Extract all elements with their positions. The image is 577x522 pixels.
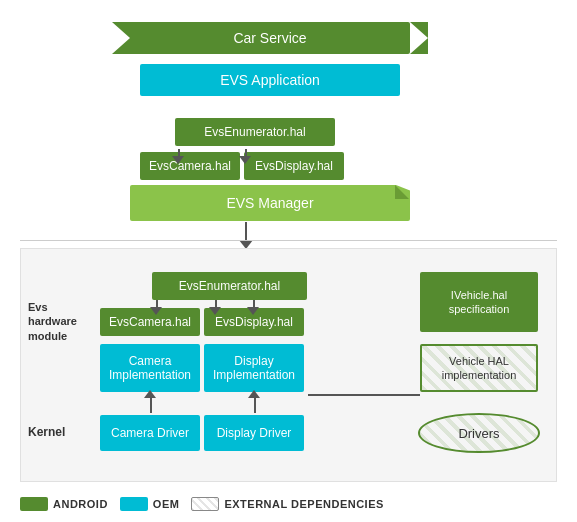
evs-app-label: EVS Application <box>220 72 320 88</box>
up-arrow1-head <box>144 390 156 398</box>
oem-swatch <box>120 497 148 511</box>
arrow-head-1 <box>172 156 184 164</box>
external-legend-label: EXTERNAL DEPENDENCIES <box>224 498 383 510</box>
bot-arrow2-head <box>247 307 259 315</box>
evs-manager-label: EVS Manager <box>226 195 313 211</box>
ivehicle-spec-block: IVehicle.halspecification <box>420 272 538 332</box>
evs-manager-block: EVS Manager <box>130 185 410 221</box>
android-swatch <box>20 497 48 511</box>
legend: ANDROID OEM EXTERNAL DEPENDENCIES <box>20 490 557 518</box>
evs-enum-top-label: EvsEnumerator.hal <box>204 125 305 139</box>
camera-driver-label: Camera Driver <box>111 426 189 440</box>
display-impl-label: DisplayImplementation <box>213 354 295 383</box>
camera-impl-block: CameraImplementation <box>100 344 200 392</box>
vehicle-hal-label: Vehicle HALimplementation <box>422 346 536 390</box>
diagram-wrapper: Car Service EVS Application EvsEnumerato… <box>0 0 577 522</box>
horiz-line-right <box>308 394 420 396</box>
car-service-label: Car Service <box>233 30 306 46</box>
evs-enum-top-block: EvsEnumerator.hal <box>175 118 335 146</box>
external-swatch <box>191 497 219 511</box>
car-service-block: Car Service <box>130 22 410 54</box>
camera-impl-label: CameraImplementation <box>109 354 191 383</box>
evs-app-block: EVS Application <box>140 64 400 96</box>
evs-enum-bottom-label: EvsEnumerator.hal <box>179 279 280 293</box>
camera-driver-block: Camera Driver <box>100 415 200 451</box>
external-swatch-hatch <box>192 498 218 510</box>
drivers-label: Drivers <box>458 426 499 441</box>
legend-oem: OEM <box>120 497 180 511</box>
evscamera-bottom-label: EvsCamera.hal <box>109 315 191 329</box>
evsdisplay-top-block: EvsDisplay.hal <box>244 152 344 180</box>
hal-row-bottom: EvsCamera.hal EvsDisplay.hal <box>100 308 304 336</box>
section-divider <box>20 240 557 241</box>
display-impl-block: DisplayImplementation <box>204 344 304 392</box>
evs-hw-label: Evs hardware module <box>28 300 83 343</box>
evsdisplay-top-label: EvsDisplay.hal <box>255 159 333 173</box>
legend-external: EXTERNAL DEPENDENCIES <box>191 497 383 511</box>
evscamera-top-block: EvsCamera.hal <box>140 152 240 180</box>
arrow-head-2 <box>239 156 251 164</box>
drivers-ellipse: Drivers <box>418 413 540 453</box>
evscamera-top-label: EvsCamera.hal <box>149 159 231 173</box>
oem-legend-label: OEM <box>153 498 180 510</box>
evs-enum-bottom-block: EvsEnumerator.hal <box>152 272 307 300</box>
display-driver-label: Display Driver <box>217 426 292 440</box>
display-driver-block: Display Driver <box>204 415 304 451</box>
ivehicle-spec-label: IVehicle.halspecification <box>449 288 510 317</box>
legend-android: ANDROID <box>20 497 108 511</box>
bot-arrow1-head <box>150 307 162 315</box>
android-legend-label: ANDROID <box>53 498 108 510</box>
up-arrow2-head <box>248 390 260 398</box>
big-arrow-line <box>245 222 247 242</box>
kernel-label: Kernel <box>28 425 65 439</box>
vehicle-hal-impl-block: Vehicle HALimplementation <box>420 344 538 392</box>
evsdisplay-bottom-label: EvsDisplay.hal <box>215 315 293 329</box>
evs-manager-fold <box>395 185 409 199</box>
bot-arrow3-head <box>209 307 221 315</box>
